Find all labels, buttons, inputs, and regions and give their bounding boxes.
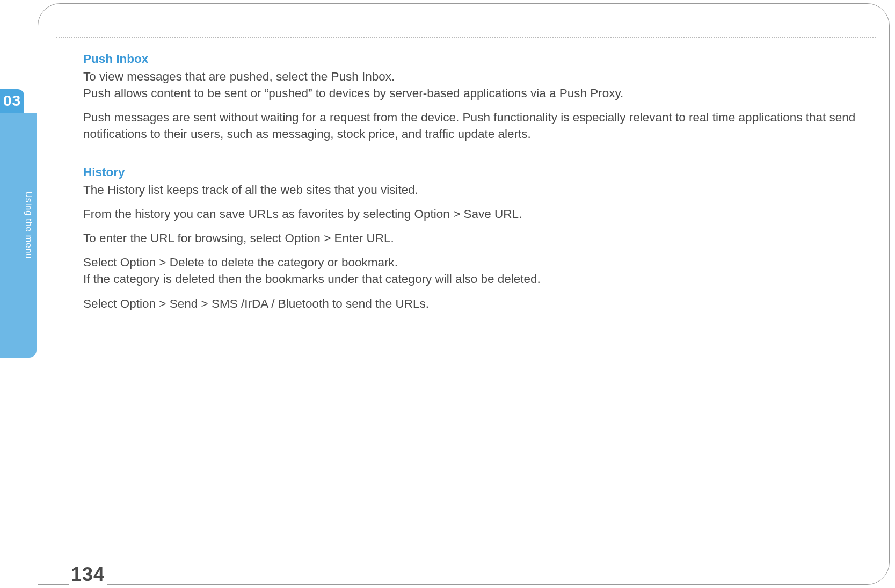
body-text: To enter the URL for browsing, select Op… — [83, 230, 863, 246]
section-push-inbox: Push Inbox To view messages that are pus… — [83, 50, 863, 142]
dotted-divider — [56, 37, 876, 38]
body-text: Select Option > Delete to delete the cat… — [83, 254, 863, 271]
body-text: The History list keeps track of all the … — [83, 182, 863, 198]
heading-history: History — [83, 164, 863, 180]
body-text: Push allows content to be sent or “pushe… — [83, 85, 863, 101]
side-tab-label: Using the menu — [23, 191, 34, 259]
page-number: 134 — [69, 563, 107, 586]
body-text: Push messages are sent without waiting f… — [83, 109, 863, 142]
body-text: From the history you can save URLs as fa… — [83, 206, 863, 222]
section-history: History The History list keeps track of … — [83, 164, 863, 311]
body-text: Select Option > Send > SMS /IrDA / Bluet… — [83, 295, 863, 312]
page-content: Push Inbox To view messages that are pus… — [83, 50, 863, 327]
body-text: To view messages that are pushed, select… — [83, 68, 863, 85]
heading-push-inbox: Push Inbox — [83, 50, 863, 67]
chapter-number: 03 — [3, 92, 21, 109]
chapter-number-badge: 03 — [0, 89, 24, 113]
side-tab: Using the menu — [0, 113, 37, 358]
body-text: If the category is deleted then the book… — [83, 271, 863, 287]
